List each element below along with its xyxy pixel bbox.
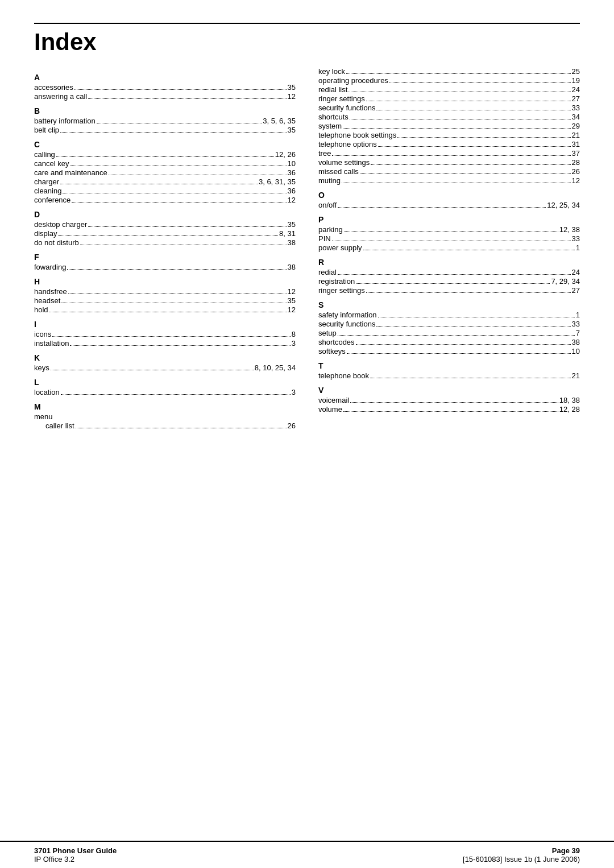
list-item: parking12, 38 [318,225,580,234]
entry-label: PIN [318,234,331,243]
entry-dots [356,344,571,345]
list-item: telephone book settings21 [318,131,580,139]
entry-dots [356,283,550,284]
list-item: handsfree12 [34,287,296,296]
entry-dots [366,292,571,293]
list-item: redial24 [318,268,580,276]
entry-label: system [318,122,342,130]
entry-label: handsfree [34,287,67,296]
entry-dots [76,428,287,428]
entry-label: care and maintenance [34,168,107,177]
entry-label: power supply [318,243,362,252]
list-item: PIN33 [318,234,580,243]
entry-dots [63,193,286,193]
entry-dots [346,73,571,74]
section-letter-c: C [34,140,296,149]
entry-page: 12, 38 [559,225,580,234]
entry-dots [97,123,262,123]
entry-label: redial [318,268,337,276]
list-item: fowarding38 [34,263,296,271]
entry-label: parking [318,225,343,234]
section-letter-m: M [34,402,296,411]
entry-label: installation [34,339,69,348]
list-item: missed calls26 [318,167,580,176]
section-letter-s: S [318,300,580,309]
entry-label: ringer settings [318,94,365,103]
list-item: do not disturb38 [34,238,296,247]
section-letter-f: F [34,253,296,262]
entry-page: 31 [572,140,580,148]
entry-label: location [34,388,60,396]
list-item: volume12, 28 [318,405,580,414]
entry-dots [60,184,258,184]
entry-dots [343,411,558,412]
entry-page: 29 [572,122,580,130]
entry-label: shortcuts [318,113,349,121]
entry-page: 33 [572,104,580,112]
entry-page: 1 [576,311,580,319]
section-letter-a: A [34,73,296,82]
entry-dots [349,92,570,92]
entry-dots [61,303,286,303]
section-letter-i: I [34,320,296,329]
entry-label: charger [34,177,59,186]
entry-label: softkeys [318,347,346,356]
list-item: headset35 [34,296,296,305]
entry-label: keys [34,363,49,372]
entry-label: registration [318,277,355,286]
list-item: security functions33 [318,320,580,328]
entry-page: 21 [572,131,580,139]
list-item: redial list24 [318,85,580,94]
entry-dots [343,128,570,129]
entry-page: 12, 26 [275,150,296,159]
entry-page: 18, 38 [559,396,580,404]
entry-dots [342,183,571,183]
list-item: charger3, 6, 31, 35 [34,177,296,186]
entry-page: 8, 10, 25, 34 [255,363,296,372]
page: Index Aaccessories35answering a call12Bb… [0,0,614,868]
entry-dots [88,226,286,227]
list-item: safety information1 [318,311,580,319]
section-letter-t: T [318,361,580,370]
list-item: operating procedures19 [318,76,580,85]
list-item: conference12 [34,196,296,204]
entry-page: 12 [288,287,296,296]
footer-issue: [15-601083] Issue 1b (1 June 2006) [463,855,580,863]
entry-dots [49,312,287,312]
list-item: display8, 31 [34,229,296,238]
entry-label: cleaning [34,187,61,195]
entry-dots [72,202,286,202]
list-item: volume settings28 [318,158,580,167]
list-item: security functions33 [318,104,580,112]
entry-dots [109,175,287,175]
entry-page: 38 [288,238,296,247]
entry-page: 3, 5, 6, 35 [263,117,296,125]
entry-dots [338,207,546,208]
entry-label: muting [318,176,341,185]
entry-page: 25 [572,67,580,76]
entry-page: 27 [572,286,580,295]
section-letter-r: R [318,258,580,267]
entry-dots [344,232,558,232]
footer-right: Page 39 [15-601083] Issue 1b (1 June 200… [463,846,580,863]
list-item: key lock25 [318,67,580,76]
list-item: shortcodes38 [318,338,580,346]
entry-label: operating procedures [318,76,388,85]
list-item: on/off12, 25, 34 [318,201,580,209]
entry-label: conference [34,196,70,204]
entry-dots [80,245,287,245]
entry-dots [74,89,287,90]
entry-label: volume settings [318,158,370,167]
entry-dots [366,101,571,101]
entry-dots [376,326,570,326]
entry-page: 35 [288,296,296,305]
list-item: belt clip35 [34,126,296,134]
entry-page: 33 [572,234,580,243]
entry-dots [376,110,570,110]
entry-page: 21 [572,371,580,380]
entry-page: 12 [288,92,296,101]
entry-page: 10 [572,347,580,356]
footer-product: 3701 Phone User Guide [34,846,117,855]
entry-dots [67,269,286,270]
entry-dots [58,235,278,236]
